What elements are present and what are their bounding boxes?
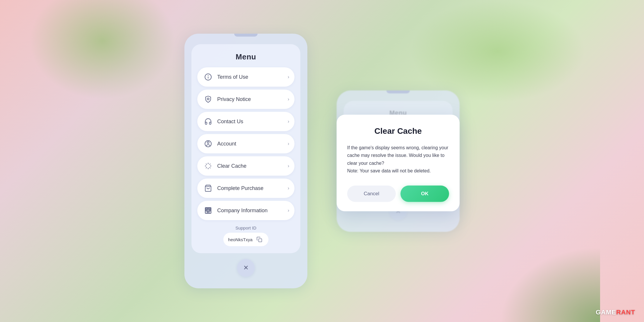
- close-button[interactable]: ✕: [237, 259, 255, 277]
- svg-point-3: [207, 98, 209, 100]
- headphones-icon: [203, 116, 214, 127]
- cache-label: Clear Cache: [217, 163, 288, 169]
- menu-item-company[interactable]: Company Information ›: [197, 201, 294, 220]
- svg-rect-23: [208, 208, 209, 209]
- dialog-buttons: Cancel OK: [347, 185, 449, 202]
- menu-items-list: Terms of Use › Privacy Notice ›: [197, 67, 294, 220]
- contact-label: Contact Us: [217, 119, 288, 125]
- purchase-label: Complete Purchase: [217, 185, 288, 191]
- privacy-label: Privacy Notice: [217, 96, 288, 102]
- menu-item-terms[interactable]: Terms of Use ›: [197, 67, 294, 87]
- terms-label: Terms of Use: [217, 74, 288, 80]
- menu-title: Menu: [197, 52, 294, 61]
- right-container: Menu Terms of Use ›: [337, 90, 460, 232]
- purchase-chevron: ›: [288, 186, 289, 191]
- support-section: Support ID heoNksTxya: [197, 225, 294, 246]
- close-button-wrapper: ✕: [237, 259, 255, 277]
- dialog-cancel-button[interactable]: Cancel: [347, 185, 396, 202]
- support-id-label: Support ID: [235, 225, 256, 230]
- menu-item-contact[interactable]: Contact Us ›: [197, 112, 294, 131]
- cache-chevron: ›: [288, 163, 289, 169]
- menu-item-privacy[interactable]: Privacy Notice ›: [197, 90, 294, 109]
- svg-line-12: [210, 164, 210, 165]
- support-id-value: heoNksTxya: [228, 237, 252, 242]
- menu-item-cache[interactable]: Clear Cache ›: [197, 156, 294, 176]
- account-chevron: ›: [288, 141, 289, 146]
- left-menu-panel: Menu Terms of Use ›: [191, 44, 300, 253]
- dialog-overlay: Clear Cache If the game's display seems …: [337, 115, 460, 211]
- menu-item-account[interactable]: Account ›: [197, 134, 294, 153]
- user-circle-icon: [203, 138, 214, 149]
- watermark-prefix: GAME: [596, 309, 616, 316]
- watermark: GAMERANT: [596, 309, 635, 316]
- dialog-body: If the game's display seems wrong, clear…: [347, 144, 449, 175]
- menu-item-purchase[interactable]: Complete Purchase ›: [197, 179, 294, 198]
- dialog-title: Clear Cache: [347, 126, 449, 136]
- dialog-ok-button[interactable]: OK: [400, 185, 449, 202]
- watermark-suffix: RANT: [616, 309, 635, 316]
- svg-line-8: [210, 167, 210, 168]
- company-chevron: ›: [288, 208, 289, 213]
- svg-rect-24: [209, 208, 210, 209]
- terms-chevron: ›: [288, 74, 289, 80]
- svg-rect-28: [258, 239, 262, 242]
- building-icon: [203, 205, 214, 216]
- svg-line-7: [206, 164, 207, 165]
- svg-rect-22: [206, 208, 207, 209]
- copy-button[interactable]: [255, 235, 264, 244]
- privacy-chevron: ›: [288, 97, 289, 102]
- left-phone-frame: Menu Terms of Use ›: [184, 34, 307, 288]
- contact-chevron: ›: [288, 119, 289, 124]
- shopping-bag-icon: [203, 183, 214, 194]
- page-content: Menu Terms of Use ›: [0, 0, 644, 322]
- clear-cache-dialog: Clear Cache If the game's display seems …: [337, 115, 460, 211]
- svg-line-11: [206, 167, 207, 168]
- company-label: Company Information: [217, 208, 288, 214]
- account-label: Account: [217, 141, 288, 147]
- shield-icon: [203, 94, 214, 105]
- support-id-row: heoNksTxya: [223, 233, 268, 246]
- loader-icon: [203, 160, 214, 172]
- info-circle-icon: [203, 71, 214, 83]
